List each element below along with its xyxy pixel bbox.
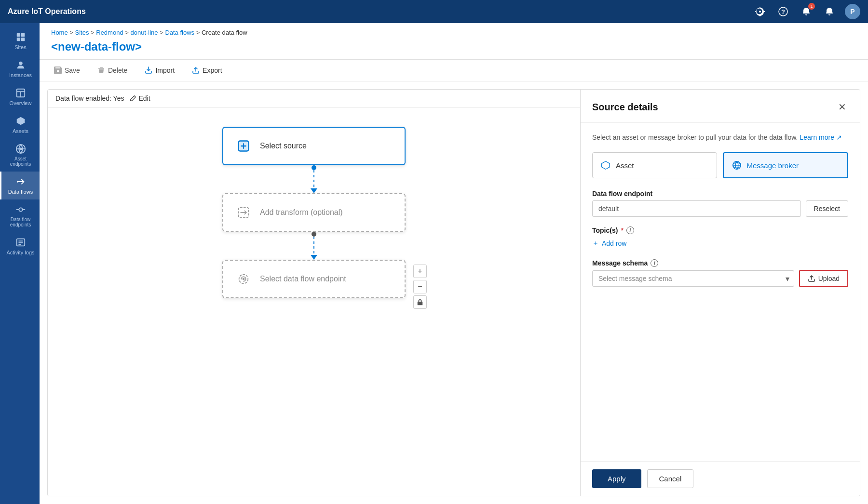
overview-icon: [15, 88, 26, 98]
svg-marker-10: [16, 117, 25, 125]
breadcrumb-home[interactable]: Home: [51, 29, 68, 36]
topics-section: Topic(s) * i ＋ Add row: [592, 226, 848, 250]
save-button[interactable]: Save: [51, 65, 83, 76]
edit-icon: [130, 95, 136, 102]
notification-button[interactable]: 1: [799, 4, 814, 19]
sites-icon: [15, 32, 26, 42]
delete-label: Delete: [108, 66, 127, 74]
side-panel: Source details ✕ Select an asset or mess…: [580, 90, 860, 496]
sidebar-label-instances: Instances: [9, 72, 32, 78]
connector-dot-bottom: [312, 232, 316, 237]
endpoint-node[interactable]: Select data flow endpoint: [222, 260, 406, 298]
import-button[interactable]: Import: [142, 65, 177, 76]
node-remove-button[interactable]: −: [413, 280, 427, 293]
side-panel-footer: Apply Cancel: [581, 461, 860, 496]
sidebar-item-sites[interactable]: Sites: [0, 27, 40, 55]
connector-arrow-2: [311, 255, 317, 260]
breadcrumb-current: Create data flow: [202, 29, 247, 36]
schema-select-wrapper: Select message schema ▾: [592, 270, 794, 287]
asset-endpoints-icon: [15, 144, 26, 154]
transform-node-label: Add transform (optional): [260, 208, 343, 217]
user-avatar[interactable]: P: [845, 4, 860, 19]
message-broker-type-button[interactable]: Message broker: [723, 152, 849, 178]
connector-2: [311, 232, 317, 260]
sidebar-item-data-flows[interactable]: Data flows: [0, 172, 40, 199]
schema-label: Message schema i: [592, 259, 848, 267]
endpoint-row: Reselect: [592, 200, 848, 217]
content-area: Home > Sites > Redmond > donut-line > Da…: [40, 23, 868, 504]
alert-button[interactable]: [822, 4, 837, 19]
source-node-label: Select source: [260, 142, 307, 150]
asset-icon: [600, 160, 611, 171]
learn-more-link[interactable]: Learn more ↗: [800, 133, 841, 141]
connector-arrow-1: [311, 188, 317, 193]
sidebar-item-activity-logs[interactable]: Activity logs: [0, 232, 40, 260]
transform-node-wrapper: Add transform (optional): [222, 193, 406, 232]
export-button[interactable]: Export: [189, 65, 225, 76]
transform-node[interactable]: Add transform (optional): [222, 193, 406, 232]
sidebar-label-assets: Assets: [13, 128, 28, 134]
endpoint-node-wrapper: Select data flow endpoint + −: [222, 260, 406, 298]
assets-icon: [15, 116, 26, 126]
delete-icon: [97, 66, 105, 74]
instances-icon: [15, 60, 26, 70]
connector-1: [311, 165, 317, 193]
flow-edit-button[interactable]: Edit: [130, 94, 150, 102]
node-add-button[interactable]: +: [413, 265, 427, 278]
sidebar-item-data-flow-endpoints[interactable]: Data flow endpoints: [0, 199, 40, 232]
sidebar-label-activity-logs: Activity logs: [6, 250, 34, 255]
breadcrumb: Home > Sites > Redmond > donut-line > Da…: [40, 23, 868, 38]
breadcrumb-data-flows[interactable]: Data flows: [165, 29, 194, 36]
sidebar-item-instances[interactable]: Instances: [0, 55, 40, 83]
cancel-button[interactable]: Cancel: [647, 469, 694, 488]
top-nav: Azure IoT Operations ? 1 P: [0, 0, 868, 23]
source-node[interactable]: Select source: [222, 127, 406, 165]
endpoint-input[interactable]: [592, 200, 801, 217]
upload-label: Upload: [818, 275, 840, 282]
schema-info-icon[interactable]: i: [651, 259, 658, 267]
reselect-button[interactable]: Reselect: [806, 200, 848, 217]
connector-line-1: [313, 170, 314, 189]
upload-button[interactable]: Upload: [799, 270, 848, 287]
svg-rect-5: [21, 38, 24, 41]
export-label: Export: [203, 66, 222, 74]
page-title: <new-data-flow>: [40, 38, 868, 59]
source-type-row: Asset Message broker: [592, 152, 848, 178]
settings-button[interactable]: [752, 4, 768, 19]
apply-button[interactable]: Apply: [592, 469, 641, 488]
breadcrumb-sites[interactable]: Sites: [75, 29, 89, 36]
svg-point-6: [19, 62, 22, 65]
notification-badge: 1: [808, 3, 815, 10]
message-broker-icon: [732, 160, 742, 171]
import-label: Import: [155, 66, 175, 74]
panel-description: Select an asset or message broker to pul…: [592, 133, 848, 143]
upload-icon: [808, 275, 815, 282]
sidebar-label-data-flows: Data flows: [8, 189, 33, 195]
topics-label: Topic(s) * i: [592, 226, 848, 234]
sidebar-item-asset-endpoints[interactable]: Asset endpoints: [0, 139, 40, 172]
sidebar-item-assets[interactable]: Assets: [0, 111, 40, 139]
asset-type-button[interactable]: Asset: [592, 152, 717, 178]
close-panel-button[interactable]: ✕: [836, 99, 848, 115]
node-lock-button[interactable]: [413, 295, 427, 309]
canvas: Select source: [48, 107, 580, 496]
sidebar-label-asset-endpoints: Asset endpoints: [4, 156, 37, 167]
app-title: Azure IoT Operations: [8, 7, 752, 16]
delete-button[interactable]: Delete: [95, 65, 130, 76]
schema-row: Select message schema ▾ Upload: [592, 270, 848, 287]
flow-edit-label: Edit: [138, 94, 150, 102]
activity-logs-icon: [15, 237, 26, 248]
topics-info-icon[interactable]: i: [626, 226, 634, 234]
transform-node-icon: [235, 204, 252, 221]
schema-select[interactable]: Select message schema: [592, 270, 794, 287]
asset-type-label: Asset: [616, 161, 634, 170]
svg-rect-2: [16, 33, 20, 37]
sidebar-item-overview[interactable]: Overview: [0, 83, 40, 111]
add-icon: ＋: [592, 239, 599, 248]
sidebar-label-data-flow-endpoints: Data flow endpoints: [4, 217, 37, 227]
source-node-wrapper: Select source: [222, 127, 406, 165]
help-button[interactable]: ?: [775, 4, 791, 19]
add-row-button[interactable]: ＋ Add row: [592, 237, 626, 250]
breadcrumb-redmond[interactable]: Redmond: [96, 29, 123, 36]
breadcrumb-donut-line[interactable]: donut-line: [130, 29, 158, 36]
